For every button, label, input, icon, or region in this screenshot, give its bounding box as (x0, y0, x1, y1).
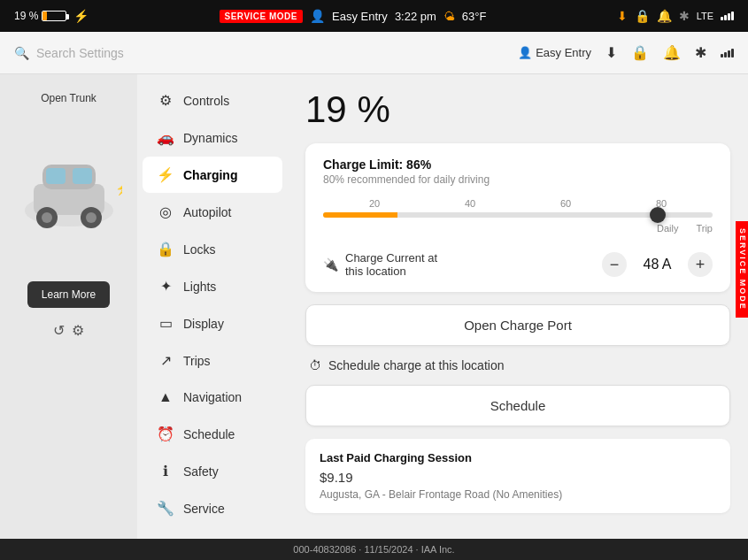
nav-profile[interactable]: 👤 Easy Entry (518, 46, 591, 59)
slider-labels: Daily Trip (323, 223, 713, 234)
autopilot-icon: ◎ (157, 203, 174, 220)
nav-lock-icon[interactable]: 🔒 (631, 44, 649, 61)
battery-indicator: 19 % (14, 10, 66, 22)
bluetooth-icon: ✱ (679, 9, 690, 23)
sidebar-label-locks: Locks (183, 242, 216, 257)
last-session-location: Augusta, GA - Belair Frontage Road (No A… (320, 488, 716, 501)
sidebar-label-charging: Charging (183, 168, 237, 182)
profile-label: Easy Entry (332, 10, 388, 23)
bell-icon: 🔔 (657, 9, 672, 23)
battery-fill (42, 12, 47, 20)
top-nav-icons: 👤 Easy Entry ⬇ 🔒 🔔 ✱ (518, 44, 734, 61)
charge-slider-container[interactable]: 20 40 60 80 Daily Trip (323, 198, 713, 234)
lte-label: LTE (697, 11, 713, 21)
lights-icon: ✦ (157, 278, 174, 295)
display-icon: ▭ (157, 315, 174, 332)
search-area[interactable]: 🔍 Search Settings (14, 46, 124, 60)
service-mode-side-label: SERVICE MODE (736, 221, 748, 318)
learn-more-button[interactable]: Learn More (27, 281, 110, 308)
charging-bolt-icon: ⚡ (157, 166, 174, 183)
sidebar-item-navigation[interactable]: ▲ Navigation (143, 380, 282, 415)
status-bar: 19 % ⚡ SERVICE MODE 👤 Easy Entry 3:22 pm… (0, 0, 748, 32)
sidebar-item-locks[interactable]: 🔒 Locks (143, 231, 282, 267)
sidebar-item-trips[interactable]: ↗ Trips (143, 342, 282, 379)
open-trunk-button[interactable]: Open Trunk (41, 92, 96, 104)
car-svg: ⚡ (16, 122, 122, 264)
last-session-title: Last Paid Charging Session (320, 451, 716, 464)
signal-bars (721, 12, 734, 20)
search-icon: 🔍 (14, 46, 29, 60)
open-charge-port-button[interactable]: Open Charge Port (305, 304, 730, 346)
charge-limit-card: Charge Limit: 86% 80% recommended for da… (305, 143, 730, 292)
safety-icon: ℹ (157, 463, 174, 479)
car-image: ⚡ (16, 122, 122, 264)
sidebar-item-lights[interactable]: ✦ Lights (143, 268, 282, 304)
charge-percent: 19 % (305, 88, 730, 131)
sidebar: ⚙ Controls 🚗 Dynamics ⚡ Charging ◎ Autop… (137, 74, 288, 539)
sidebar-item-charging[interactable]: ⚡ Charging (143, 157, 282, 193)
refresh-icon[interactable]: ↺ (53, 322, 65, 339)
slider-track[interactable] (323, 212, 713, 218)
sidebar-label-lights: Lights (183, 280, 216, 294)
search-input[interactable]: Search Settings (36, 46, 124, 60)
current-label: 🔌 Charge Current at this location (323, 251, 437, 278)
sidebar-item-schedule[interactable]: ⏰ Schedule (143, 416, 282, 452)
sidebar-item-service[interactable]: 🔧 Service (143, 490, 282, 526)
sidebar-label-service: Service (183, 502, 225, 516)
bottom-bar: 000-40832086 · 11/15/2024 · IAA Inc. (0, 539, 748, 560)
increase-current-button[interactable]: + (688, 252, 713, 277)
weather-icon: 🌤 (443, 10, 455, 23)
svg-point-8 (86, 212, 96, 223)
clock-icon: ⏱ (309, 358, 321, 372)
battery-bar (42, 11, 66, 21)
daily-label: Daily (657, 223, 678, 234)
svg-point-6 (42, 212, 52, 223)
battery-percent: 19 % (14, 10, 38, 22)
nav-signal-bars (721, 49, 734, 58)
current-control: − 48 A + (602, 252, 713, 277)
service-mode-badge: SERVICE MODE (220, 10, 304, 23)
charge-current-row: 🔌 Charge Current at this location − 48 A… (323, 241, 713, 278)
main-layout: Open Trunk ⚡ Learn More ↺ (0, 74, 748, 539)
navigation-icon: ▲ (157, 389, 174, 405)
status-bar-left: 19 % ⚡ (14, 9, 89, 23)
sidebar-item-autopilot[interactable]: ◎ Autopilot (143, 194, 282, 230)
current-label-text: Charge Current at this location (345, 251, 437, 278)
sidebar-label-navigation: Navigation (183, 390, 242, 404)
svg-rect-3 (46, 168, 66, 184)
nav-bell-icon[interactable]: 🔔 (663, 44, 681, 61)
sidebar-item-controls[interactable]: ⚙ Controls (143, 82, 282, 119)
slider-thumb[interactable] (650, 207, 666, 223)
sidebar-label-autopilot: Autopilot (183, 205, 231, 219)
lock-icon: 🔒 (635, 9, 650, 23)
svg-text:⚡: ⚡ (115, 181, 122, 196)
top-nav: 🔍 Search Settings 👤 Easy Entry ⬇ 🔒 🔔 ✱ (0, 32, 748, 74)
dynamics-icon: 🚗 (157, 129, 174, 146)
bottom-bar-label: 000-40832086 · 11/15/2024 · IAA Inc. (293, 544, 454, 555)
nav-profile-label: Easy Entry (536, 46, 591, 59)
sidebar-label-controls: Controls (183, 94, 229, 108)
schedule-button[interactable]: Schedule (305, 385, 730, 426)
sidebar-item-dynamics[interactable]: 🚗 Dynamics (143, 119, 282, 156)
charging-icon: ⚡ (73, 9, 89, 23)
service-icon: 🔧 (157, 500, 174, 517)
nav-bluetooth-icon[interactable]: ✱ (695, 44, 706, 61)
plug-icon: 🔌 (323, 257, 338, 272)
left-panel: Open Trunk ⚡ Learn More ↺ (0, 74, 137, 539)
last-session-card: Last Paid Charging Session $9.19 Augusta… (305, 439, 730, 513)
temp-display: 63°F (462, 10, 487, 23)
status-bar-right: ⬇ 🔒 🔔 ✱ LTE (617, 9, 734, 23)
schedule-charge-label: Schedule charge at this location (328, 358, 504, 372)
decrease-current-button[interactable]: − (602, 252, 627, 277)
sidebar-label-schedule: Schedule (183, 427, 235, 441)
person-icon: 👤 (310, 9, 325, 23)
sidebar-item-safety[interactable]: ℹ Safety (143, 453, 282, 489)
nav-download-icon[interactable]: ⬇ (605, 44, 617, 61)
left-bottom-icons: ↺ ⚙ (53, 322, 84, 339)
controls-icon: ⚙ (157, 92, 174, 109)
sidebar-item-display[interactable]: ▭ Display (143, 305, 282, 341)
settings-icon[interactable]: ⚙ (72, 322, 84, 339)
slider-fill-orange (323, 212, 397, 218)
last-session-amount: $9.19 (320, 470, 716, 485)
time-display: 3:22 pm (395, 10, 436, 23)
